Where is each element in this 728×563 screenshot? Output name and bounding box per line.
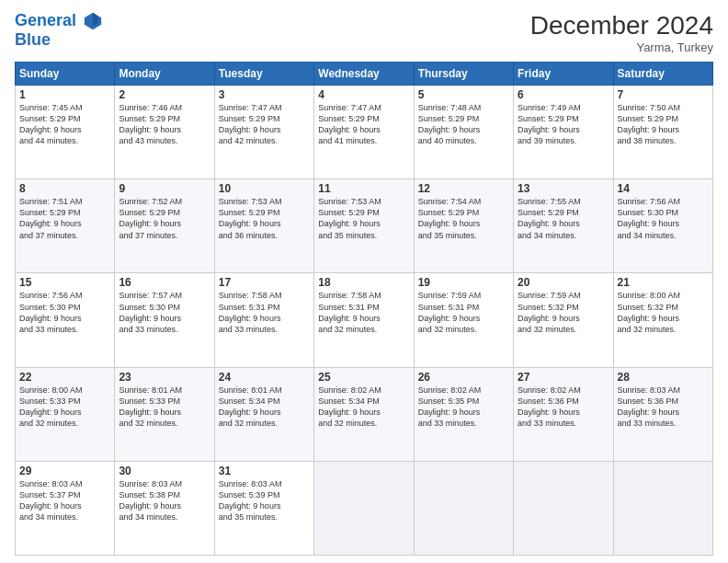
day-info: Sunrise: 7:51 AM Sunset: 5:29 PM Dayligh… [19, 196, 110, 241]
day-info: Sunrise: 7:48 AM Sunset: 5:29 PM Dayligh… [418, 102, 509, 147]
calendar-cell: 11 Sunrise: 7:53 AM Sunset: 5:29 PM Dayl… [314, 179, 414, 273]
calendar-cell: 3 Sunrise: 7:47 AM Sunset: 5:29 PM Dayli… [214, 86, 313, 179]
page-container: General Blue December 2024 Yarma, Turkey… [0, 0, 728, 563]
weekday-sunday: Sunday [16, 63, 115, 86]
title-area: December 2024 Yarma, Turkey [530, 11, 713, 54]
calendar-cell [314, 461, 414, 555]
calendar-cell: 30 Sunrise: 8:03 AM Sunset: 5:38 PM Dayl… [115, 461, 214, 555]
day-info: Sunrise: 8:03 AM Sunset: 5:36 PM Dayligh… [618, 385, 709, 430]
day-info: Sunrise: 8:02 AM Sunset: 5:36 PM Dayligh… [518, 385, 609, 430]
week-row-5: 29 Sunrise: 8:03 AM Sunset: 5:37 PM Dayl… [16, 461, 713, 555]
day-info: Sunrise: 8:03 AM Sunset: 5:39 PM Dayligh… [219, 478, 310, 523]
day-number: 30 [119, 465, 210, 477]
calendar-cell: 9 Sunrise: 7:52 AM Sunset: 5:29 PM Dayli… [115, 179, 214, 273]
day-number: 26 [418, 371, 509, 384]
calendar-cell: 22 Sunrise: 8:00 AM Sunset: 5:33 PM Dayl… [16, 367, 115, 461]
day-number: 3 [219, 88, 310, 101]
day-number: 11 [318, 182, 409, 195]
week-row-2: 8 Sunrise: 7:51 AM Sunset: 5:29 PM Dayli… [16, 179, 713, 273]
day-info: Sunrise: 7:56 AM Sunset: 5:30 PM Dayligh… [618, 196, 709, 241]
calendar-cell: 18 Sunrise: 7:58 AM Sunset: 5:31 PM Dayl… [314, 273, 414, 367]
day-number: 17 [219, 276, 310, 289]
calendar-cell: 19 Sunrise: 7:59 AM Sunset: 5:31 PM Dayl… [414, 273, 513, 367]
calendar-table: SundayMondayTuesdayWednesdayThursdayFrid… [15, 62, 713, 556]
day-number: 21 [618, 276, 709, 289]
day-info: Sunrise: 7:45 AM Sunset: 5:29 PM Dayligh… [19, 102, 110, 147]
day-number: 24 [219, 371, 310, 384]
day-number: 14 [618, 182, 709, 195]
month-title: December 2024 [530, 11, 713, 40]
day-info: Sunrise: 8:02 AM Sunset: 5:34 PM Dayligh… [318, 385, 409, 430]
day-info: Sunrise: 8:03 AM Sunset: 5:37 PM Dayligh… [19, 478, 110, 523]
day-info: Sunrise: 7:56 AM Sunset: 5:30 PM Dayligh… [19, 290, 110, 335]
day-info: Sunrise: 7:50 AM Sunset: 5:29 PM Dayligh… [618, 102, 709, 147]
day-info: Sunrise: 8:01 AM Sunset: 5:34 PM Dayligh… [219, 385, 310, 430]
day-number: 5 [418, 88, 509, 101]
day-number: 18 [318, 276, 409, 289]
calendar-cell: 24 Sunrise: 8:01 AM Sunset: 5:34 PM Dayl… [214, 367, 313, 461]
week-row-4: 22 Sunrise: 8:00 AM Sunset: 5:33 PM Dayl… [16, 367, 713, 461]
day-info: Sunrise: 8:03 AM Sunset: 5:38 PM Dayligh… [119, 478, 210, 523]
calendar-cell: 23 Sunrise: 8:01 AM Sunset: 5:33 PM Dayl… [115, 367, 214, 461]
weekday-wednesday: Wednesday [314, 63, 414, 86]
weekday-monday: Monday [115, 63, 214, 86]
day-info: Sunrise: 7:58 AM Sunset: 5:31 PM Dayligh… [219, 290, 310, 335]
day-number: 16 [119, 276, 210, 289]
calendar-cell: 26 Sunrise: 8:02 AM Sunset: 5:35 PM Dayl… [414, 367, 513, 461]
week-row-1: 1 Sunrise: 7:45 AM Sunset: 5:29 PM Dayli… [16, 86, 713, 179]
page-header: General Blue December 2024 Yarma, Turkey [15, 11, 713, 54]
weekday-tuesday: Tuesday [214, 63, 313, 86]
day-number: 29 [19, 465, 110, 477]
calendar-cell: 6 Sunrise: 7:49 AM Sunset: 5:29 PM Dayli… [514, 86, 613, 179]
day-number: 31 [219, 465, 310, 477]
day-number: 2 [119, 88, 210, 101]
calendar-cell: 2 Sunrise: 7:46 AM Sunset: 5:29 PM Dayli… [115, 86, 214, 179]
logo-text: General [15, 11, 103, 31]
weekday-thursday: Thursday [414, 63, 513, 86]
day-info: Sunrise: 7:53 AM Sunset: 5:29 PM Dayligh… [318, 196, 409, 241]
day-number: 25 [318, 371, 409, 384]
day-info: Sunrise: 7:59 AM Sunset: 5:31 PM Dayligh… [418, 290, 509, 335]
calendar-cell: 10 Sunrise: 7:53 AM Sunset: 5:29 PM Dayl… [214, 179, 313, 273]
day-info: Sunrise: 7:58 AM Sunset: 5:31 PM Dayligh… [318, 290, 409, 335]
day-info: Sunrise: 7:52 AM Sunset: 5:29 PM Dayligh… [119, 196, 210, 241]
calendar-cell: 13 Sunrise: 7:55 AM Sunset: 5:29 PM Dayl… [514, 179, 613, 273]
logo-subtext: Blue [15, 31, 103, 50]
day-number: 15 [19, 276, 110, 289]
day-number: 1 [19, 88, 110, 101]
calendar-cell: 29 Sunrise: 8:03 AM Sunset: 5:37 PM Dayl… [16, 461, 115, 555]
day-number: 8 [19, 182, 110, 195]
day-number: 12 [418, 182, 509, 195]
day-number: 6 [518, 88, 609, 101]
calendar-cell: 16 Sunrise: 7:57 AM Sunset: 5:30 PM Dayl… [115, 273, 214, 367]
day-number: 7 [618, 88, 709, 101]
calendar-cell [613, 461, 712, 555]
day-number: 4 [318, 88, 409, 101]
day-info: Sunrise: 7:53 AM Sunset: 5:29 PM Dayligh… [219, 196, 310, 241]
day-info: Sunrise: 7:49 AM Sunset: 5:29 PM Dayligh… [518, 102, 609, 147]
day-info: Sunrise: 7:47 AM Sunset: 5:29 PM Dayligh… [219, 102, 310, 147]
calendar-cell: 28 Sunrise: 8:03 AM Sunset: 5:36 PM Dayl… [613, 367, 712, 461]
calendar-cell: 20 Sunrise: 7:59 AM Sunset: 5:32 PM Dayl… [514, 273, 613, 367]
calendar-cell: 7 Sunrise: 7:50 AM Sunset: 5:29 PM Dayli… [613, 86, 712, 179]
day-info: Sunrise: 8:00 AM Sunset: 5:33 PM Dayligh… [19, 385, 110, 430]
day-number: 23 [119, 371, 210, 384]
day-info: Sunrise: 7:47 AM Sunset: 5:29 PM Dayligh… [318, 102, 409, 147]
day-info: Sunrise: 7:46 AM Sunset: 5:29 PM Dayligh… [119, 102, 210, 147]
day-info: Sunrise: 7:59 AM Sunset: 5:32 PM Dayligh… [518, 290, 609, 335]
day-number: 20 [518, 276, 609, 289]
calendar-cell: 8 Sunrise: 7:51 AM Sunset: 5:29 PM Dayli… [16, 179, 115, 273]
day-info: Sunrise: 8:00 AM Sunset: 5:32 PM Dayligh… [618, 290, 709, 335]
calendar-cell: 17 Sunrise: 7:58 AM Sunset: 5:31 PM Dayl… [214, 273, 313, 367]
day-info: Sunrise: 7:57 AM Sunset: 5:30 PM Dayligh… [119, 290, 210, 335]
location: Yarma, Turkey [530, 40, 713, 54]
calendar-cell [514, 461, 613, 555]
day-number: 10 [219, 182, 310, 195]
week-row-3: 15 Sunrise: 7:56 AM Sunset: 5:30 PM Dayl… [16, 273, 713, 367]
logo: General Blue [15, 11, 103, 50]
day-number: 13 [518, 182, 609, 195]
weekday-saturday: Saturday [613, 63, 712, 86]
calendar-cell: 15 Sunrise: 7:56 AM Sunset: 5:30 PM Dayl… [16, 273, 115, 367]
day-info: Sunrise: 8:02 AM Sunset: 5:35 PM Dayligh… [418, 385, 509, 430]
calendar-cell: 4 Sunrise: 7:47 AM Sunset: 5:29 PM Dayli… [314, 86, 414, 179]
